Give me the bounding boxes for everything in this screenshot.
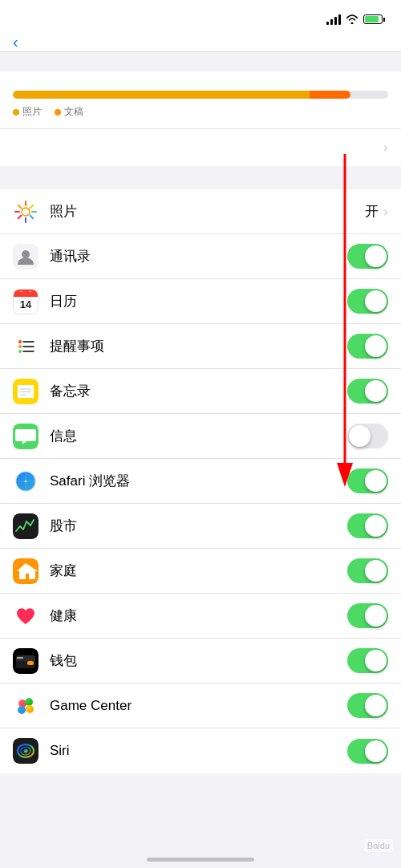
contacts-app-name: 通讯录 bbox=[50, 247, 347, 266]
battery-icon bbox=[363, 14, 385, 24]
messages-toggle[interactable] bbox=[347, 424, 388, 448]
storage-bar bbox=[13, 91, 388, 99]
app-row-messages[interactable]: 信息 bbox=[0, 414, 401, 459]
manage-storage-row[interactable]: › bbox=[0, 128, 401, 166]
reminders-app-name: 提醒事项 bbox=[50, 337, 347, 355]
wallet-toggle-knob bbox=[365, 650, 387, 671]
home-toggle-knob bbox=[365, 560, 387, 582]
stocks-app-icon bbox=[13, 513, 38, 539]
contacts-app-icon bbox=[13, 244, 38, 270]
gamecenter-toggle-knob bbox=[365, 695, 387, 716]
siri-toggle[interactable] bbox=[347, 739, 388, 764]
notes-app-icon bbox=[13, 379, 38, 404]
svg-rect-16 bbox=[20, 291, 22, 292]
home-indicator bbox=[147, 858, 254, 862]
svg-rect-55 bbox=[17, 657, 23, 659]
app-row-siri[interactable]: Siri bbox=[0, 728, 401, 773]
storage-legend: 照片 文稿 bbox=[13, 105, 388, 119]
stocks-toggle-knob bbox=[365, 515, 387, 537]
reminders-toggle[interactable] bbox=[347, 334, 388, 359]
notes-app-name: 备忘录 bbox=[50, 382, 347, 400]
safari-toggle-knob bbox=[365, 470, 387, 492]
svg-point-44 bbox=[25, 480, 27, 482]
navigation-bar: ‹ bbox=[0, 35, 401, 52]
chevron-left-icon: ‹ bbox=[13, 34, 18, 50]
svg-rect-14 bbox=[14, 294, 38, 297]
wallet-app-icon bbox=[13, 648, 38, 674]
safari-app-name: Safari 浏览器 bbox=[50, 472, 347, 490]
app-row-reminders[interactable]: 提醒事项 bbox=[0, 324, 401, 369]
home-toggle[interactable] bbox=[347, 558, 388, 583]
home-app-icon bbox=[13, 558, 38, 584]
legend-photos-label: 照片 bbox=[22, 105, 42, 119]
photos-app-icon bbox=[13, 199, 38, 225]
legend-docs-dot bbox=[55, 109, 61, 116]
svg-rect-17 bbox=[29, 291, 31, 292]
app-row-wallet[interactable]: 钱包 bbox=[0, 639, 401, 683]
stocks-app-name: 股市 bbox=[50, 517, 347, 535]
stocks-toggle[interactable] bbox=[347, 513, 388, 538]
photos-chevron: › bbox=[383, 204, 388, 220]
storage-bar-fill bbox=[13, 91, 350, 99]
svg-rect-47 bbox=[13, 513, 38, 539]
safari-app-icon bbox=[13, 468, 38, 494]
manage-storage-chevron: › bbox=[383, 140, 388, 156]
reminders-app-icon bbox=[13, 334, 38, 359]
svg-point-25 bbox=[18, 340, 22, 343]
siri-toggle-knob bbox=[365, 740, 387, 762]
app-row-contacts[interactable]: 通讯录 bbox=[0, 234, 401, 279]
reminders-toggle-knob bbox=[365, 335, 387, 357]
svg-point-27 bbox=[18, 345, 22, 348]
photos-app-name: 照片 bbox=[50, 202, 365, 221]
wifi-icon bbox=[346, 14, 358, 24]
back-button[interactable]: ‹ bbox=[13, 34, 20, 50]
gamecenter-app-icon bbox=[13, 693, 38, 719]
legend-photos: 照片 bbox=[13, 105, 42, 119]
svg-rect-54 bbox=[27, 661, 34, 665]
photos-toggle-area: 开 › bbox=[365, 202, 388, 221]
safari-toggle[interactable] bbox=[347, 468, 388, 493]
storage-section-header bbox=[0, 52, 401, 71]
app-row-home[interactable]: 家庭 bbox=[0, 549, 401, 594]
app-row-stocks[interactable]: 股市 bbox=[0, 504, 401, 549]
app-row-health[interactable]: 健康 bbox=[0, 594, 401, 639]
legend-photos-dot bbox=[13, 109, 19, 116]
svg-point-11 bbox=[22, 250, 30, 258]
home-app-name: 家庭 bbox=[50, 562, 347, 580]
app-row-calendar[interactable]: 14 日历 bbox=[0, 279, 401, 324]
health-app-name: 健康 bbox=[50, 606, 347, 625]
apps-section-header bbox=[0, 166, 401, 189]
app-row-photos[interactable]: 照片 开 › bbox=[0, 189, 401, 234]
wallet-app-name: 钱包 bbox=[50, 651, 347, 670]
app-row-notes[interactable]: 备忘录 bbox=[0, 369, 401, 414]
calendar-app-icon: 14 bbox=[13, 289, 38, 314]
status-icons bbox=[326, 14, 385, 25]
gamecenter-toggle[interactable] bbox=[347, 693, 388, 718]
siri-app-icon bbox=[13, 738, 38, 764]
siri-app-name: Siri bbox=[50, 743, 347, 759]
calendar-toggle-knob bbox=[365, 290, 387, 312]
photos-on-text: 开 bbox=[365, 202, 379, 221]
legend-docs: 文稿 bbox=[55, 105, 83, 119]
app-row-gamecenter[interactable]: Game Center bbox=[0, 683, 401, 728]
health-toggle-knob bbox=[365, 605, 387, 627]
messages-app-icon bbox=[13, 424, 38, 449]
contacts-toggle[interactable] bbox=[347, 244, 388, 269]
storage-card: 照片 文稿 bbox=[0, 71, 401, 128]
watermark: Baidu bbox=[364, 839, 393, 852]
app-row-safari[interactable]: Safari 浏览器 bbox=[0, 459, 401, 504]
svg-point-58 bbox=[25, 698, 33, 706]
svg-rect-53 bbox=[16, 659, 35, 661]
legend-docs-label: 文稿 bbox=[64, 105, 83, 119]
notes-toggle-knob bbox=[365, 380, 387, 402]
svg-point-64 bbox=[24, 749, 28, 753]
calendar-app-name: 日历 bbox=[50, 292, 347, 310]
contacts-toggle-knob bbox=[365, 245, 387, 267]
notes-toggle[interactable] bbox=[347, 379, 388, 404]
wallet-toggle[interactable] bbox=[347, 648, 388, 673]
calendar-toggle[interactable] bbox=[347, 289, 388, 314]
health-toggle[interactable] bbox=[347, 603, 388, 628]
messages-toggle-knob bbox=[349, 425, 371, 447]
health-app-icon bbox=[13, 603, 38, 629]
apps-list: 照片 开 › 通讯录 14 bbox=[0, 189, 401, 773]
